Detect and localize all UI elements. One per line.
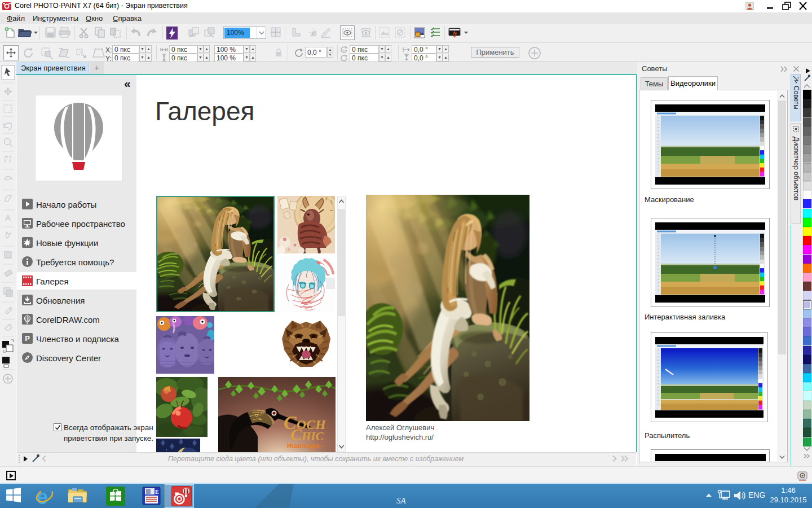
svg-text:E: E — [155, 489, 159, 495]
svg-text:?: ? — [797, 76, 800, 81]
svg-text:P: P — [25, 334, 30, 343]
svg-text:Huancayo -: Huancayo - — [287, 442, 324, 450]
svg-text:e: e — [37, 487, 48, 506]
svg-text:A: A — [5, 213, 11, 222]
